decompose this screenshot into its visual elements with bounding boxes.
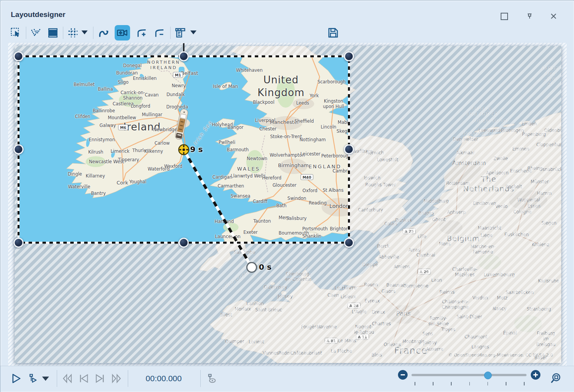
save-icon	[327, 27, 339, 39]
zoom-tick	[451, 382, 452, 385]
close-icon	[550, 13, 557, 20]
zoom-tick	[506, 382, 506, 385]
select-tool-button[interactable]	[8, 25, 24, 41]
camera-pan-icon	[117, 27, 128, 39]
curve-icon	[98, 27, 110, 39]
maximize-icon	[501, 13, 508, 20]
grid-dropdown-arrow[interactable]	[81, 30, 88, 34]
timecode-display: 00:00.000	[139, 374, 189, 383]
magnifier-fit-icon	[549, 372, 562, 385]
camera-pan-tool-button[interactable]	[115, 25, 130, 41]
save-button[interactable]	[325, 25, 341, 41]
selection-handle-ne[interactable]	[345, 52, 354, 61]
layers-tool-button[interactable]	[45, 25, 61, 41]
rewind-button[interactable]	[61, 372, 75, 385]
route-curve-tool-button[interactable]	[96, 25, 112, 41]
zoom-tick	[433, 382, 433, 385]
play-from-marker-icon	[26, 373, 38, 384]
points-icon	[30, 27, 41, 38]
close-button[interactable]	[549, 11, 559, 21]
play-icon	[10, 373, 22, 384]
keyframe-marker-9s[interactable]	[179, 145, 189, 155]
workspace: © OpenStreetMap.org-Mitwirkende, CC BY-S…	[8, 43, 567, 366]
zoom-tick	[524, 382, 525, 385]
playbar: 00:00.000	[0, 366, 574, 392]
layoutdesigner-window: Layoutdesigner	[0, 0, 574, 392]
plus-icon	[533, 372, 538, 377]
marker-label-9s: 9 s	[190, 145, 203, 154]
selection-handle-s[interactable]	[179, 238, 188, 247]
marker-label-0s: 0 s	[259, 262, 272, 272]
grid-tool-button[interactable]	[65, 25, 81, 41]
rewind-icon	[61, 373, 74, 384]
selection-handle-w[interactable]	[14, 145, 23, 154]
ship-object[interactable]	[174, 108, 188, 140]
pin-eye-icon	[205, 373, 217, 384]
zoom-slider-thumb[interactable]	[484, 372, 492, 379]
chevron-down-icon	[42, 377, 49, 381]
window-title: Layoutdesigner	[11, 10, 65, 19]
zoom-tick	[488, 382, 488, 385]
play-from-marker-button[interactable]	[25, 372, 39, 385]
grid-icon	[68, 27, 78, 38]
points-tool-button[interactable]	[28, 25, 44, 41]
titles-tool-button[interactable]	[173, 25, 188, 41]
minus-icon	[401, 374, 405, 375]
keyframe-marker-0s[interactable]	[247, 263, 257, 272]
fast-forward-icon	[110, 373, 122, 384]
toolbar: Zeitmarke: s	[0, 24, 574, 44]
zoom-fit-button[interactable]	[549, 372, 562, 385]
preview-marker-button[interactable]	[204, 372, 218, 385]
keyframe-plus-icon	[136, 27, 147, 39]
selection-handle-se[interactable]	[345, 238, 354, 247]
zoom-tick	[415, 382, 415, 385]
maximize-button[interactable]	[499, 11, 509, 21]
next-keyframe-button[interactable]	[93, 372, 107, 385]
selection-handle-n[interactable]	[179, 52, 188, 61]
selection-handle-nw[interactable]	[14, 52, 23, 61]
selection-handle-e[interactable]	[345, 145, 354, 154]
skip-forward-icon	[94, 373, 106, 384]
select-icon	[10, 27, 21, 38]
layers-icon	[47, 27, 58, 38]
previous-keyframe-button[interactable]	[77, 372, 91, 385]
map-canvas[interactable]: © OpenStreetMap.org-Mitwirkende, CC BY-S…	[15, 46, 561, 363]
pin-icon	[526, 12, 533, 20]
remove-keyframe-button[interactable]	[152, 25, 167, 41]
titlebar: Layoutdesigner	[0, 0, 574, 23]
zoom-slider[interactable]	[411, 374, 527, 376]
camera-route[interactable]	[184, 150, 252, 267]
keyframe-minus-icon	[154, 27, 165, 39]
zoom-out-button[interactable]	[398, 370, 408, 380]
pin-button[interactable]	[525, 11, 535, 21]
skip-back-icon	[78, 373, 90, 384]
zoom-in-button[interactable]	[531, 370, 540, 380]
play-button[interactable]	[9, 372, 23, 385]
titles-dropdown-arrow[interactable]	[190, 30, 196, 34]
fast-forward-button[interactable]	[109, 372, 123, 385]
play-options-dropdown[interactable]	[40, 372, 51, 385]
canvas-overlay	[15, 46, 561, 363]
add-keyframe-button[interactable]	[134, 25, 149, 41]
zoom-tick	[469, 382, 470, 385]
selection-handle-sw[interactable]	[14, 238, 23, 247]
titles-icon	[174, 27, 186, 39]
